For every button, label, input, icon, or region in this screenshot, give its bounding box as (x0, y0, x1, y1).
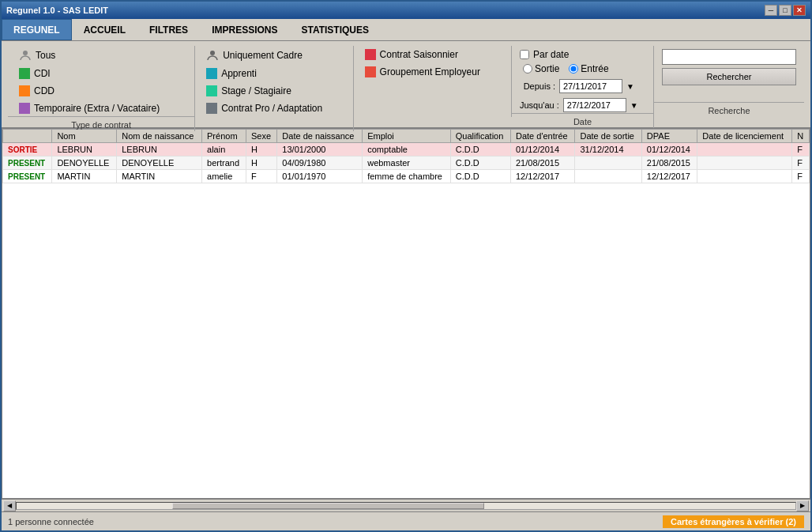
contrat-pro-icon (206, 103, 217, 114)
apprenti-icon (206, 68, 217, 79)
entree-radio[interactable] (569, 64, 578, 74)
cadre-label: Uniquement Cadre (223, 50, 303, 61)
col-header-sexe: Sexe (246, 130, 276, 143)
cdd-icon (19, 85, 30, 96)
close-button[interactable]: ✕ (793, 5, 806, 16)
cell-qualification: C.D.D (450, 170, 510, 183)
cell-date-sortie: 31/12/2014 (575, 143, 641, 157)
filter-temporaire[interactable]: Temporaire (Extra / Vacataire) (14, 101, 188, 115)
col-header-dpae: DPAE (641, 130, 697, 143)
cell-date-sortie (575, 157, 641, 170)
col-header-nom-naissance: Nom de naissance (117, 130, 202, 143)
filter-apprenti[interactable]: Apprenti (201, 66, 346, 81)
tous-icon (19, 49, 32, 62)
jusquau-input[interactable] (563, 98, 626, 112)
cell-date-licenciement (697, 143, 792, 157)
groupement-icon (365, 66, 376, 77)
cell-date-licenciement (697, 157, 792, 170)
filter-tous[interactable]: Tous (14, 47, 188, 63)
cell-status: PRESENT (3, 157, 52, 170)
date-label: Date (512, 113, 653, 126)
cell-date-entree: 21/08/2015 (510, 157, 575, 170)
filter-contrat-pro[interactable]: Contrat Pro / Adaptation (201, 101, 346, 115)
cell-emploi: comptable (363, 143, 451, 157)
date-section: Par date Sortie Entrée Depuis : ▼ Jusqu'… (512, 46, 654, 128)
cell-nom: LEBRUN (52, 143, 117, 157)
radio-sortie[interactable]: Sortie (523, 63, 559, 74)
entree-label: Entrée (581, 63, 608, 74)
menu-impressions[interactable]: IMPRESSIONS (200, 19, 289, 40)
cell-prenom: alain (202, 143, 246, 157)
menu-accueil[interactable]: ACCUEIL (72, 19, 137, 40)
jusquau-label: Jusqu'au : (520, 100, 559, 110)
scrollbar-track[interactable] (16, 502, 796, 510)
cell-extra: F (792, 143, 810, 157)
scrollbar-thumb[interactable] (172, 503, 483, 509)
minimize-button[interactable]: ─ (765, 5, 777, 16)
table-row[interactable]: PRESENT MARTIN MARTIN amelie F 01/01/197… (3, 170, 810, 183)
tous-label: Tous (36, 50, 55, 61)
menu-bar: REGUNEL ACCUEIL FILTRES IMPRESSIONS STAT… (2, 19, 810, 41)
horizontal-scrollbar[interactable]: ◀ ▶ (2, 499, 810, 511)
cadre-icon (206, 49, 219, 62)
par-date-label: Par date (533, 49, 569, 60)
search-input[interactable] (662, 49, 796, 65)
cell-dpae: 01/12/2014 (641, 143, 697, 157)
alert-button[interactable]: Cartes étrangères à vérifier (2) (663, 515, 804, 528)
cell-sexe: H (246, 143, 276, 157)
depuis-label: Depuis : (520, 81, 555, 91)
depuis-row: Depuis : ▼ (520, 79, 645, 93)
jusquau-row: Jusqu'au : ▼ (520, 98, 645, 112)
table-body: SORTIE LEBRUN LEBRUN alain H 13/01/2000 … (3, 143, 810, 183)
depuis-input[interactable] (559, 79, 622, 93)
filter-cdi[interactable]: CDI (14, 66, 188, 81)
title-bar-controls: ─ □ ✕ (765, 5, 806, 16)
col-header-date-naissance: Date de naissance (277, 130, 363, 143)
toolbar: Tous CDI CDD Temporaire (Extra / Vacatai… (2, 41, 810, 128)
filter-cadre[interactable]: Uniquement Cadre (201, 47, 346, 63)
employee-table: Nom Nom de naissance Prénom Sexe Date de… (2, 129, 810, 183)
menu-regunel[interactable]: REGUNEL (2, 19, 72, 40)
filter-groupement[interactable]: Groupement Employeur (360, 65, 505, 79)
search-button[interactable]: Rechercher (662, 68, 796, 85)
app-window: Regunel 1.0 - SAS LEDIT ─ □ ✕ REGUNEL AC… (0, 0, 812, 532)
filter-stage[interactable]: Stage / Stagiaire (201, 84, 346, 98)
cell-date-licenciement (697, 170, 792, 183)
cell-dpae: 12/12/2017 (641, 170, 697, 183)
scroll-right-button[interactable]: ▶ (796, 500, 809, 511)
svg-point-1 (210, 51, 215, 55)
col-header-nom: Nom (52, 130, 117, 143)
cell-qualification: C.D.D (450, 143, 510, 157)
jusquau-dropdown-icon[interactable]: ▼ (630, 101, 638, 110)
col-header-extra: N (792, 130, 810, 143)
cell-nom-naissance: LEBRUN (117, 143, 202, 157)
filter-cdd[interactable]: CDD (14, 84, 188, 98)
scroll-left-button[interactable]: ◀ (3, 500, 16, 511)
par-date-checkbox[interactable] (520, 50, 529, 59)
cdi-label: CDI (34, 68, 51, 79)
apprenti-label: Apprenti (221, 68, 257, 79)
temp-icon (19, 103, 30, 114)
saisonnier-icon (365, 49, 376, 60)
sortie-radio[interactable] (523, 64, 532, 74)
col-header-date-entree: Date d'entrée (510, 130, 575, 143)
depuis-dropdown-icon[interactable]: ▼ (626, 82, 634, 91)
filter-saisonnier[interactable]: Contrat Saisonnier (360, 47, 505, 62)
cdi-icon (19, 68, 30, 79)
contract-type-section: Tous CDI CDD Temporaire (Extra / Vacatai… (8, 46, 195, 131)
menu-statistiques[interactable]: STATISTIQUES (289, 19, 381, 40)
temp-label: Temporaire (Extra / Vacataire) (34, 103, 160, 114)
table-row[interactable]: SORTIE LEBRUN LEBRUN alain H 13/01/2000 … (3, 143, 810, 157)
col-header-qualification: Qualification (450, 130, 510, 143)
cell-extra: F (792, 170, 810, 183)
maximize-button[interactable]: □ (779, 5, 791, 16)
cell-nom-naissance: MARTIN (117, 170, 202, 183)
table-row[interactable]: PRESENT DENOYELLE DENOYELLE bertrand H 0… (3, 157, 810, 170)
cell-status: SORTIE (3, 143, 52, 157)
menu-filtres[interactable]: FILTRES (137, 19, 200, 40)
radio-entree[interactable]: Entrée (569, 63, 608, 74)
saisonnier-label: Contrat Saisonnier (380, 49, 458, 60)
col-header-date-sortie: Date de sortie (575, 130, 641, 143)
cell-date-entree: 01/12/2014 (510, 143, 575, 157)
cell-qualification: C.D.D (450, 157, 510, 170)
